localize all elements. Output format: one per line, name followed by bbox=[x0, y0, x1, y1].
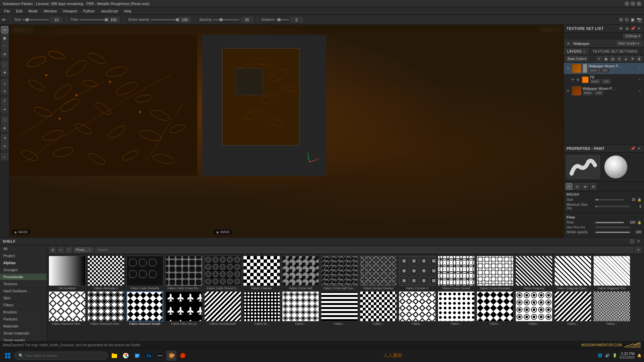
shelf-close-inner-btn[interactable]: ✕ bbox=[635, 247, 641, 253]
shelf-close-icon[interactable]: ✕ bbox=[636, 239, 641, 244]
shelf-item-fabric-circle-half[interactable]: Fabric Circle Half bbox=[282, 256, 319, 290]
minimize-button[interactable]: ─ bbox=[625, 1, 629, 6]
taskbar-files-btn[interactable] bbox=[132, 351, 142, 361]
shelf-item-fabric-diamond-simple[interactable]: Fabric Diamond Simple bbox=[126, 291, 164, 325]
redo-btn[interactable]: ↻ bbox=[1, 142, 8, 150]
taskbar-substance-btn[interactable]: SP bbox=[166, 351, 176, 361]
flow-prop-slider[interactable] bbox=[595, 222, 624, 223]
stroke-opacity-slider[interactable] bbox=[151, 19, 177, 20]
shelf-item-fabric-diamond-alter[interactable]: Fabric Diamond Alter... bbox=[48, 291, 86, 325]
tab-layers-close[interactable]: ✕ bbox=[583, 50, 586, 53]
bake-btn[interactable]: ⬛ bbox=[1, 116, 8, 123]
channel-select[interactable]: Base Color ▾ bbox=[566, 56, 588, 61]
shelf-item-fabric-diagonal-diam[interactable]: Fabric Diagonal Diam... bbox=[554, 256, 592, 290]
flow-value[interactable]: 100 bbox=[108, 17, 120, 22]
tray-notification-icon[interactable]: 🔔 bbox=[637, 354, 641, 357]
layer-2-delete[interactable]: ✕ bbox=[637, 88, 642, 93]
shelf-item-fabric-celtic-butterfly[interactable]: Fabric Celtic Butterfly bbox=[126, 256, 164, 290]
tray-network-icon[interactable]: 🌐 bbox=[598, 353, 602, 358]
close-icon[interactable]: ✕ bbox=[637, 26, 641, 31]
shader-dropdown[interactable]: Main shader ▾ bbox=[616, 41, 641, 46]
menu-viewport[interactable]: Viewport bbox=[60, 8, 80, 14]
toolbar-icon-1[interactable]: ⊞ bbox=[619, 17, 623, 22]
shelf-item-fabric-houndstooth[interactable]: Fabric Houndstooth bbox=[204, 291, 241, 325]
shelf-item-fabric-cross-rounded[interactable]: Fabric Cross Rounded bbox=[476, 256, 514, 290]
add-fill-layer-btn[interactable]: ▣ bbox=[603, 56, 608, 61]
toolbar-icon-4[interactable]: 📷 bbox=[637, 17, 642, 22]
transform-tool-btn[interactable]: ✥ bbox=[1, 69, 8, 76]
stroke-opacity-prop-slider[interactable] bbox=[595, 232, 630, 233]
shelf-item-fabric-alternate-v[interactable]: Fabric Alternate V bbox=[87, 256, 125, 290]
stroke-opacity-value[interactable]: 100 bbox=[179, 17, 191, 22]
particle-tool-btn[interactable]: ✦ bbox=[1, 106, 8, 113]
settings-button[interactable]: Settings ▾ bbox=[623, 34, 642, 39]
fill-delete[interactable]: ✕ bbox=[637, 77, 642, 82]
max-flow-slider[interactable] bbox=[595, 227, 630, 228]
shelf-cat-filters[interactable]: Filters bbox=[0, 302, 47, 309]
shelf-item-fabric-diagonal[interactable]: Fabric Diagonal bbox=[515, 256, 553, 290]
shelf-item-row3-10[interactable]: Fabric... bbox=[593, 291, 631, 325]
clone-tool-btn[interactable]: ⊕ bbox=[1, 50, 8, 58]
taskbar-photoshop-btn[interactable]: Ps bbox=[144, 351, 154, 361]
flow-slider[interactable] bbox=[79, 19, 106, 20]
spacing-slider[interactable] bbox=[213, 19, 239, 20]
shelf-item-fabric-circular-g[interactable]: Fabric Circular G bbox=[398, 256, 436, 290]
menu-help[interactable]: Help bbox=[121, 8, 135, 14]
shelf-filter-btn[interactable]: ▽ bbox=[66, 247, 72, 253]
text-tool-btn[interactable]: T bbox=[1, 98, 8, 105]
shelf-search-input[interactable] bbox=[95, 247, 633, 253]
shelf-cat-brushes[interactable]: Brushes bbox=[0, 309, 47, 316]
toolbar-icon-2[interactable]: ⊟ bbox=[625, 17, 629, 22]
tray-battery-icon[interactable]: 🔋 bbox=[612, 353, 617, 358]
shelf-cat-all[interactable]: All bbox=[0, 245, 47, 252]
brush-tab-stamp[interactable]: ◎ bbox=[574, 183, 581, 190]
start-button[interactable] bbox=[3, 351, 13, 361]
taskbar-red-btn[interactable] bbox=[178, 351, 188, 361]
layer-1-eye[interactable]: 👁 bbox=[566, 66, 571, 71]
selection-tool-btn[interactable]: ⬚ bbox=[1, 61, 8, 68]
shelf-cat-project[interactable]: Project bbox=[0, 252, 47, 259]
shelf-item-row3-3[interactable]: Fabric... bbox=[321, 291, 358, 325]
shelf-cat-textures[interactable]: Textures bbox=[0, 281, 47, 288]
min-size-prop-slider[interactable] bbox=[595, 206, 630, 207]
shelf-item-fabric-celtic-cross[interactable]: Fabric Celtic Cross Ro... bbox=[165, 256, 203, 290]
shelf-item-fabric-circles-overlap[interactable]: Fabric Circles Overlap bbox=[360, 256, 397, 290]
shelf-filter-tag[interactable]: Proce... ✕ bbox=[74, 247, 93, 252]
geometry-tool-btn[interactable]: △ bbox=[1, 79, 8, 86]
menu-python[interactable]: Python bbox=[80, 8, 97, 14]
toolbar-icon-3[interactable]: ▣ bbox=[631, 17, 635, 22]
menu-file[interactable]: File bbox=[1, 8, 13, 14]
flow-lock-icon[interactable]: 🔒 bbox=[637, 221, 641, 224]
shelf-cat-skin[interactable]: Skin bbox=[0, 295, 47, 302]
shelf-cat-particles[interactable]: Particles bbox=[0, 316, 47, 323]
texture-set-item-wallpaper[interactable]: 👁 Wallpaper Main shader ▾ bbox=[564, 40, 644, 48]
history-btn[interactable]: ↺ bbox=[1, 134, 8, 142]
menu-javascript[interactable]: JavaScript bbox=[98, 8, 120, 14]
eye-btn[interactable]: 👁 bbox=[567, 42, 571, 46]
shelf-expand-icon[interactable]: ⬛ bbox=[629, 239, 635, 244]
shelf-item-fabric-diamond-over[interactable]: Fabric Diamond Over... bbox=[87, 291, 125, 325]
layer-1-fill-sublayer[interactable]: 👁 ⊟ Fill Norm 100 ✕ bbox=[564, 74, 644, 85]
shelf-item-row3-6[interactable]: Fabric... bbox=[437, 291, 475, 325]
shelf-cat-procedurals[interactable]: Procedurals bbox=[0, 274, 47, 281]
shelf-item-fabric-celtic-round[interactable]: Fabric Celtic Round S... bbox=[204, 256, 241, 290]
shelf-item-row3-2[interactable]: Fabric... bbox=[282, 291, 319, 325]
add-group-btn[interactable]: ▤ bbox=[610, 56, 615, 61]
shelf-cat-alphas[interactable]: Alphas bbox=[0, 259, 47, 266]
shelf-view-toggle-btn[interactable]: ⊞ bbox=[50, 247, 56, 253]
shelf-item-fabric-checker[interactable]: Fabric Checker bbox=[243, 256, 280, 290]
tab-layers[interactable]: LAYERS ✕ bbox=[564, 48, 589, 55]
brush-tab-material[interactable]: ◈ bbox=[582, 183, 589, 190]
shelf-cat-materials[interactable]: Materials bbox=[0, 323, 47, 330]
add-paint-layer-btn[interactable]: ✏ bbox=[596, 56, 602, 61]
shelf-item-dirt-gradient[interactable]: Dirt Gradient bbox=[48, 256, 86, 290]
brush-tab-brush[interactable]: ✏ bbox=[566, 183, 573, 190]
size-value[interactable]: 10 bbox=[50, 17, 62, 22]
tray-volume-icon[interactable]: 🔊 bbox=[605, 353, 610, 358]
taskbar-app5-btn[interactable] bbox=[155, 351, 165, 361]
taskbar-search-bar[interactable]: 🔍 Type here to search bbox=[14, 352, 108, 360]
layer-delete-btn[interactable]: 🗑 bbox=[637, 56, 642, 61]
menu-mode[interactable]: Mode bbox=[26, 8, 41, 14]
shelf-item-row3-9[interactable]: Fabric... bbox=[554, 291, 592, 325]
shelf-item-row3-4[interactable]: Fabric... bbox=[360, 291, 397, 325]
